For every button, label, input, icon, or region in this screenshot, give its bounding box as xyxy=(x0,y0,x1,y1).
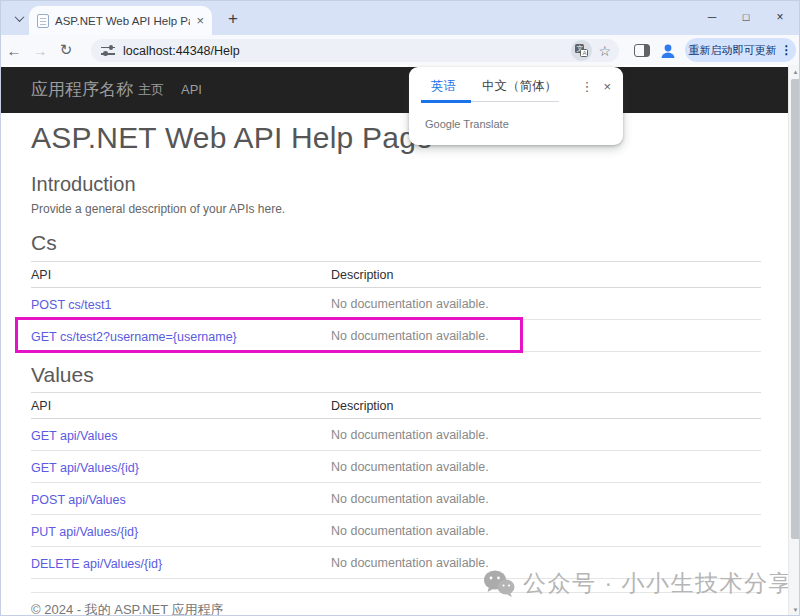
page-favicon-icon xyxy=(37,14,49,28)
table-header: API Description xyxy=(31,393,761,419)
translate-icon: 文 A xyxy=(575,44,588,57)
google-translate-label: Google Translate xyxy=(425,118,509,130)
restart-update-button[interactable]: 重新启动即可更新 ⋮ xyxy=(685,38,796,62)
table-row: POST cs/test1 No documentation available… xyxy=(31,288,761,320)
table-row: GET cs/test2?username={username} No docu… xyxy=(31,320,761,352)
url-text: localhost:44348/Help xyxy=(123,44,571,58)
browser-menu-icon[interactable]: ⋮ xyxy=(781,43,793,57)
translate-popup-tabs: 英语 中文（简体） ⋮ × xyxy=(409,73,623,99)
new-tab-button[interactable]: + xyxy=(222,8,244,30)
intro-text: Provide a general description of your AP… xyxy=(31,202,285,216)
scrollbar-thumb[interactable] xyxy=(791,79,800,539)
translate-options-icon[interactable]: ⋮ xyxy=(574,79,599,94)
intro-heading: Introduction xyxy=(31,173,136,196)
site-info-icon[interactable] xyxy=(101,45,115,57)
api-link[interactable]: DELETE api/Values/{id} xyxy=(31,557,162,571)
window-controls: ─ □ × xyxy=(695,1,797,33)
table-header: API Description xyxy=(31,262,761,288)
watermark: 公众号 · 小小生技术分享 xyxy=(483,568,793,599)
api-description: No documentation available. xyxy=(331,297,761,311)
side-panel-icon[interactable] xyxy=(634,44,650,57)
api-table-values: API Description GET api/Values No docume… xyxy=(31,392,761,579)
column-header-description: Description xyxy=(331,399,761,413)
address-bar[interactable]: localhost:44348/Help 文 A ☆ xyxy=(91,39,619,62)
maximize-button[interactable]: □ xyxy=(729,3,763,31)
translate-source-tab[interactable]: 英语 xyxy=(431,78,456,95)
api-link[interactable]: GET api/Values xyxy=(31,429,117,443)
page-footer: © 2024 - 我的 ASP.NET 应用程序 xyxy=(31,601,224,616)
browser-tab[interactable]: ASP.NET Web API Help Page × xyxy=(29,6,212,35)
column-header-description: Description xyxy=(331,268,761,282)
inactive-tab-underline xyxy=(471,101,559,102)
api-table-cs: API Description POST cs/test1 No documen… xyxy=(31,261,761,352)
bookmark-star-icon[interactable]: ☆ xyxy=(596,43,613,59)
table-row: POST api/Values No documentation availab… xyxy=(31,483,761,515)
active-tab-underline xyxy=(421,100,471,103)
wechat-icon xyxy=(483,569,515,599)
navbar-item-home[interactable]: 主页 xyxy=(138,67,164,113)
page-content: 应用程序名称 主页 API ASP.NET Web API Help Page … xyxy=(1,65,800,616)
tab-close-icon[interactable]: × xyxy=(196,14,204,27)
browser-toolbar: ← → ↻ localhost:44348/Help 文 A ☆ 重新启动即可更… xyxy=(1,35,799,65)
api-description: No documentation available. xyxy=(331,524,761,538)
tab-strip: ASP.NET Web API Help Page × + ─ □ × xyxy=(1,1,799,35)
profile-avatar-icon[interactable] xyxy=(659,42,677,60)
watermark-text: 公众号 · 小小生技术分享 xyxy=(523,568,793,599)
api-link[interactable]: PUT api/Values/{id} xyxy=(31,525,138,539)
site-navbar: 应用程序名称 主页 API xyxy=(1,67,788,113)
table-row: PUT api/Values/{id} No documentation ava… xyxy=(31,515,761,547)
table-row: GET api/Values No documentation availabl… xyxy=(31,419,761,451)
translate-close-icon[interactable]: × xyxy=(599,79,623,94)
navbar-brand[interactable]: 应用程序名称 xyxy=(31,67,133,113)
back-button[interactable]: ← xyxy=(1,42,27,59)
section-heading-cs: Cs xyxy=(31,231,57,255)
table-row: GET api/Values/{id} No documentation ava… xyxy=(31,451,761,483)
page-title: ASP.NET Web API Help Page xyxy=(31,121,433,155)
reload-button[interactable]: ↻ xyxy=(53,41,79,59)
api-link[interactable]: GET cs/test2?username={username} xyxy=(31,330,237,344)
browser-window: ASP.NET Web API Help Page × + ─ □ × ← → … xyxy=(0,0,800,616)
translate-button[interactable]: 文 A xyxy=(571,40,592,61)
api-link[interactable]: POST api/Values xyxy=(31,493,126,507)
api-description: No documentation available. xyxy=(331,460,761,474)
column-header-api: API xyxy=(31,268,331,282)
translate-target-tab[interactable]: 中文（简体） xyxy=(482,78,557,95)
minimize-button[interactable]: ─ xyxy=(695,3,729,31)
api-description: No documentation available. xyxy=(331,492,761,506)
chevron-down-icon xyxy=(15,12,25,22)
api-link[interactable]: POST cs/test1 xyxy=(31,298,111,312)
tab-search-button[interactable] xyxy=(9,8,30,29)
scroll-down-icon[interactable]: ▼ xyxy=(789,603,800,616)
section-heading-values: Values xyxy=(31,363,94,387)
api-link[interactable]: GET api/Values/{id} xyxy=(31,461,139,475)
scroll-up-icon[interactable]: ▲ xyxy=(789,65,800,79)
api-description: No documentation available. xyxy=(331,428,761,442)
api-description: No documentation available. xyxy=(331,329,761,343)
page-scrollbar[interactable]: ▲ ▼ xyxy=(788,65,800,616)
forward-button[interactable]: → xyxy=(27,42,53,59)
close-window-button[interactable]: × xyxy=(763,3,797,31)
navbar-item-api[interactable]: API xyxy=(181,67,202,113)
tab-title: ASP.NET Web API Help Page xyxy=(55,15,190,27)
column-header-api: API xyxy=(31,399,331,413)
translate-popup: 英语 中文（简体） ⋮ × Google Translate xyxy=(409,67,623,145)
